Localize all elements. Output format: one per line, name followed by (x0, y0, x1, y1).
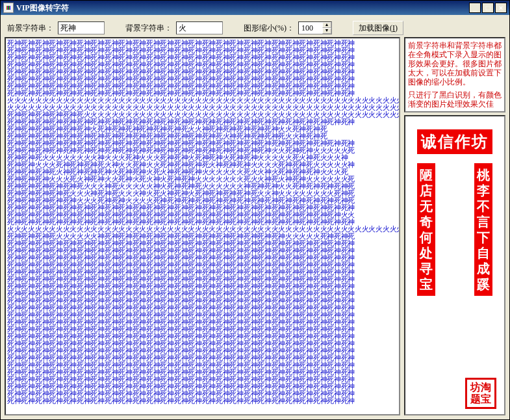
maximize-button[interactable]: □ (482, 3, 494, 13)
banner-right: 桃 李 不 言 下 自 成 蹊 (474, 163, 492, 296)
close-button[interactable]: × (495, 3, 507, 13)
banner-horizontal: 诚信作坊 (417, 129, 492, 154)
scale-up-icon[interactable]: ▲ (322, 22, 331, 28)
load-label-2: ) (395, 23, 398, 33)
tip-p1: 前景字符串和背景字符串都在全角模式下录入显示的图形效果会更好。很多图片都太大，可… (408, 41, 502, 86)
load-image-button[interactable]: 加载图像(I) (353, 21, 403, 35)
scale-input[interactable] (299, 22, 322, 34)
seal-stamp: 坊淘题宝 (465, 378, 496, 409)
scale-label: 图形缩小(%)： (244, 23, 294, 34)
scale-down-icon[interactable]: ▼ (322, 28, 331, 34)
banner-box: 诚信作坊 陋 店 无 奇 何 处 寻 宝 桃 李 不 言 下 自 成 蹊 坊淘题… (404, 115, 505, 415)
bg-label: 背景字符串： (125, 23, 172, 34)
ascii-art-text: 死神死神死神死神死神死神死神死神死神死神死神死神死神死神死神死神死神死神死神死神… (7, 40, 398, 404)
fg-input[interactable] (58, 21, 105, 34)
ascii-output[interactable]: 死神死神死神死神死神死神死神死神死神死神死神死神死神死神死神死神死神死神死神死神… (5, 37, 400, 415)
banner-left: 陋 店 无 奇 何 处 寻 宝 (417, 163, 435, 296)
load-label-1: 加载图像( (359, 23, 392, 34)
minimize-button[interactable]: _ (469, 3, 481, 13)
toolbar: 前景字符串： 背景字符串： 图形缩小(%)： ▲ ▼ 加载图像(I) (5, 19, 505, 37)
tip-box: 前景字符串和背景字符串都在全角模式下录入显示的图形效果会更好。很多图片都太大，可… (404, 37, 505, 112)
window-title: VIP图像转字符 (16, 3, 469, 14)
app-icon (3, 3, 14, 13)
tip-p2: 只进行了黑白识别，有颜色渐变的图片处理效果欠佳 (408, 90, 502, 109)
titlebar: VIP图像转字符 _ □ × (1, 1, 509, 15)
scale-spinner[interactable]: ▲ ▼ (298, 21, 332, 34)
fg-label: 前景字符串： (7, 23, 54, 34)
bg-input[interactable] (176, 21, 223, 34)
